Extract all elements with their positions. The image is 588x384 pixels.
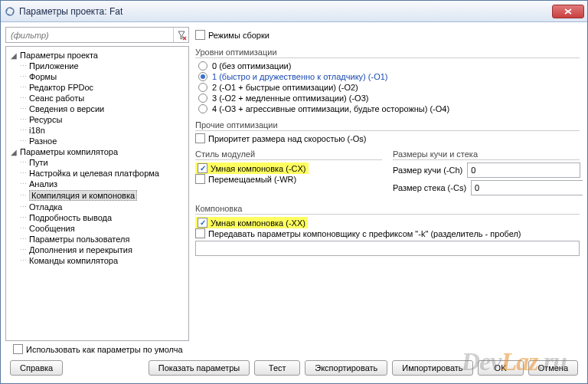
filter-clear-button[interactable] xyxy=(173,28,188,42)
smart-link-xx-row[interactable]: Умная компоновка (-XX) xyxy=(195,217,580,228)
heap-size-label: Размер кучи (-Ch) xyxy=(393,166,462,175)
titlebar: Параметры проекта: Fat xyxy=(1,1,587,22)
build-modes-checkbox[interactable] xyxy=(195,30,205,40)
tree-item[interactable]: ⋯Ресурсы xyxy=(8,114,187,125)
tree-item[interactable]: ⋯Пути xyxy=(8,157,187,168)
unit-style-title: Стиль модулей xyxy=(195,149,382,159)
tree-item[interactable]: ⋯Параметры пользователя xyxy=(8,234,187,245)
tree-item[interactable]: ⋯Отладка xyxy=(8,202,187,212)
import-button[interactable]: Импортировать xyxy=(392,360,472,376)
tree-item[interactable]: ⋯Команды компилятора xyxy=(8,255,187,266)
show-params-button[interactable]: Показать параметры xyxy=(149,360,250,376)
opt-level-title: Уровни оптимизации xyxy=(195,48,580,57)
tree-group[interactable]: ◢Параметры проекта xyxy=(8,50,187,61)
pass-k-checkbox[interactable] xyxy=(195,228,205,238)
chevron-down-icon[interactable]: ◢ xyxy=(9,148,18,156)
stack-size-label: Размер стека (-Cs) xyxy=(393,183,466,192)
settings-panel: Уровни оптимизации 0 (без оптимизации) 1… xyxy=(192,46,583,341)
help-button[interactable]: Справка xyxy=(10,360,63,376)
tree-item[interactable]: ⋯Приложение xyxy=(8,61,187,71)
tree-item[interactable]: ⋯Анализ xyxy=(8,179,187,189)
opt-radio-4[interactable]: 4 (-O3 + агрессивные оптимизации, будьте… xyxy=(195,103,580,114)
tree-item[interactable]: ⋯Настройка и целевая платформа xyxy=(8,168,187,179)
ok-button[interactable]: OK xyxy=(478,360,524,376)
heap-stack-title: Размеры кучи и стека xyxy=(393,149,580,159)
tree-item[interactable]: ⋯Редактор FPDoc xyxy=(8,82,187,93)
size-priority-checkbox[interactable] xyxy=(195,133,205,143)
stack-size-input[interactable] xyxy=(471,180,583,195)
filter-box xyxy=(5,27,189,43)
heap-size-input[interactable] xyxy=(467,162,580,178)
linker-options-input[interactable] xyxy=(195,241,580,256)
button-row: Справка Показать параметры Тест Экспорти… xyxy=(5,357,583,379)
opt-radio-3[interactable]: 3 (-O2 + медленные оптимизации) (-O3) xyxy=(195,93,580,103)
tree-item[interactable]: ⋯Подробность вывода xyxy=(8,212,187,223)
export-button[interactable]: Экспортировать xyxy=(305,360,387,376)
cancel-button[interactable]: Отмена xyxy=(528,360,578,376)
tree-group[interactable]: ◢Параметры компилятора xyxy=(8,146,187,157)
tree-item[interactable]: ⋯Компиляция и компоновка xyxy=(8,189,187,202)
tree-item[interactable]: ⋯Сообщения xyxy=(8,223,187,234)
tree-item[interactable]: ⋯Сведения о версии xyxy=(8,103,187,114)
test-button[interactable]: Тест xyxy=(254,360,300,376)
smart-link-cx-row[interactable]: Умная компоновка (-CX) xyxy=(195,162,382,174)
tree-item[interactable]: ⋯Дополнения и перекрытия xyxy=(8,245,187,255)
app-icon xyxy=(4,5,16,18)
opt-radio-1[interactable]: 1 (быстро и дружественно к отладчику) (-… xyxy=(195,71,580,82)
reloc-wr-row[interactable]: Перемещаемый (-WR) xyxy=(195,174,382,184)
window-title: Параметры проекта: Fat xyxy=(19,6,552,17)
other-opt-title: Прочие оптимизации xyxy=(195,120,580,130)
chevron-down-icon[interactable]: ◢ xyxy=(9,51,18,60)
filter-input[interactable] xyxy=(6,29,173,41)
linking-title: Компоновка xyxy=(195,204,580,213)
tree-item[interactable]: ⋯i18n xyxy=(8,125,187,136)
smart-link-xx-checkbox[interactable] xyxy=(198,218,207,228)
build-modes-checkbox-row[interactable]: Режимы сборки xyxy=(195,30,270,40)
reloc-wr-checkbox[interactable] xyxy=(195,174,205,184)
svg-point-0 xyxy=(6,8,14,15)
opt-radio-2[interactable]: 2 (-O1 + быстрые оптимизации) (-O2) xyxy=(195,82,580,93)
close-button[interactable] xyxy=(552,5,584,18)
default-params-row[interactable]: Использовать как параметры по умолча xyxy=(13,344,183,354)
tree-item[interactable]: ⋯Сеанс работы xyxy=(8,93,187,103)
size-priority-checkbox-row[interactable]: Приоритет размера над скоростью (-Os) xyxy=(195,133,580,143)
opt-radio-0[interactable]: 0 (без оптимизации) xyxy=(195,61,580,71)
pass-k-row[interactable]: Передавать параметры компоновщику с преф… xyxy=(195,228,580,238)
default-params-checkbox[interactable] xyxy=(13,344,23,354)
build-modes-label: Режимы сборки xyxy=(208,31,270,40)
tree-panel[interactable]: ◢Параметры проекта⋯Приложение⋯Формы⋯Реда… xyxy=(5,46,189,341)
tree-item[interactable]: ⋯Разное xyxy=(8,136,187,146)
smart-link-cx-checkbox[interactable] xyxy=(198,163,207,173)
tree-item[interactable]: ⋯Формы xyxy=(8,71,187,82)
